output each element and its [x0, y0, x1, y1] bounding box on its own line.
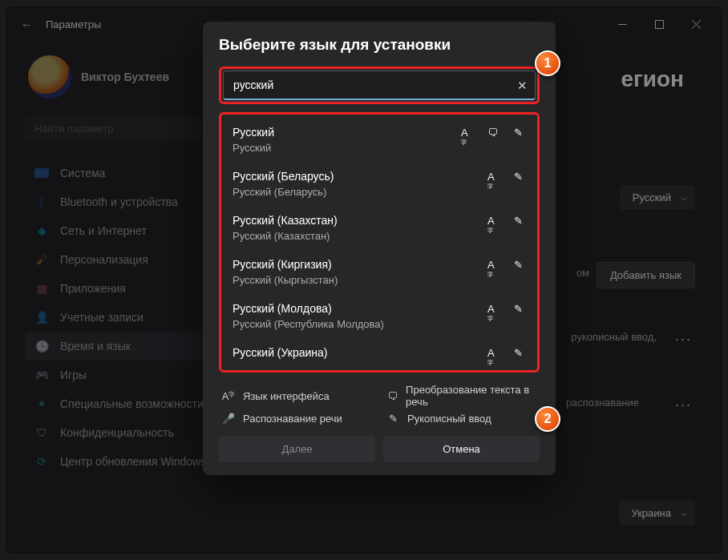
handwriting-icon: ✎ — [514, 215, 526, 227]
add-language-modal: Выберите язык для установки ✕ РусскийA字🗨… — [203, 22, 556, 475]
annotation-marker-1: 1 — [535, 50, 560, 76]
display-language-icon: A字 — [487, 347, 499, 359]
language-native-name: Русский (Казахстан) — [233, 230, 526, 242]
language-result-item[interactable]: РусскийA字🗨✎Русский — [223, 118, 536, 162]
annotation-marker-2: 2 — [535, 406, 560, 432]
handwriting-icon: ✎ — [514, 127, 526, 139]
language-name: Русский — [233, 126, 461, 139]
language-name: Русский (Молдова) — [233, 302, 487, 315]
modal-title: Выберите язык для установки — [219, 36, 540, 54]
language-result-item[interactable]: Русский (Беларусь)A字✎Русский (Беларусь) — [223, 162, 536, 206]
clear-search-button[interactable]: ✕ — [517, 79, 528, 93]
tts-icon: 🗨 — [386, 390, 398, 402]
feature-icons: A字✎ — [487, 171, 526, 183]
language-native-name: Русский (Кыргызстан) — [233, 274, 526, 286]
display-language-icon: A字 — [222, 390, 235, 402]
handwriting-icon: ✎ — [514, 347, 526, 359]
language-results-list: РусскийA字🗨✎РусскийРусский (Беларусь)A字✎Р… — [219, 112, 540, 373]
feature-icons: A字✎ — [487, 347, 526, 359]
speech-icon: 🎤 — [222, 413, 235, 425]
feature-icons: A字✎ — [487, 259, 526, 271]
language-result-item[interactable]: Русский (Киргизия)A字✎Русский (Кыргызстан… — [223, 250, 536, 294]
settings-window: ← Параметры Виктор Бухтеев Система ᛒBlue… — [6, 6, 722, 554]
language-result-item[interactable]: Русский (Казахстан)A字✎Русский (Казахстан… — [223, 206, 536, 250]
handwriting-icon: ✎ — [514, 259, 526, 271]
display-language-icon: A字 — [487, 171, 499, 183]
tts-icon: 🗨 — [487, 127, 499, 139]
annotation-search-highlight: ✕ — [219, 66, 540, 104]
handwriting-icon: ✎ — [514, 303, 526, 315]
language-native-name: Русский (Беларусь) — [233, 186, 526, 198]
display-language-icon: A字 — [487, 303, 499, 315]
feature-legend: A字Язык интерфейса 🗨Преобразование текста… — [222, 384, 536, 425]
display-language-icon: A字 — [487, 259, 499, 271]
feature-icons: A字✎ — [487, 215, 526, 227]
language-native-name: Русский (Республика Молдова) — [233, 318, 526, 330]
cancel-button[interactable]: Отмена — [383, 436, 540, 462]
language-name: Русский (Казахстан) — [233, 214, 487, 227]
language-name: Русский (Украина) — [233, 346, 487, 359]
feature-icons: A字🗨✎ — [461, 127, 526, 139]
handwriting-icon: ✎ — [386, 413, 399, 425]
language-name: Русский (Киргизия) — [233, 258, 487, 271]
next-button[interactable]: Далее — [219, 436, 375, 462]
language-name: Русский (Беларусь) — [233, 170, 487, 183]
handwriting-icon: ✎ — [514, 171, 526, 183]
language-native-name: Русский — [233, 142, 526, 154]
display-language-icon: A字 — [487, 215, 499, 227]
feature-icons: A字✎ — [487, 303, 526, 315]
language-result-item[interactable]: Русский (Молдова)A字✎Русский (Республика … — [223, 294, 536, 338]
display-language-icon: A字 — [461, 127, 473, 139]
language-result-item[interactable]: Русский (Украина)A字✎ — [223, 338, 536, 367]
language-search-input[interactable] — [223, 71, 536, 100]
